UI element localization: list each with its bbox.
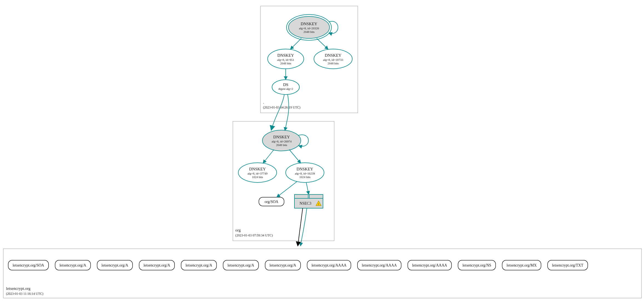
record-leaf-label: letsencrypt.org/A: [228, 263, 254, 267]
svg-text:alg=8, id=18733: alg=8, id=18733: [323, 58, 343, 61]
node-root-zsk2[interactable]: DNSKEY alg=8, id=18733 2048 bits: [314, 49, 352, 69]
node-root-zsk1[interactable]: DNSKEY alg=8, id=951 2048 bits: [268, 49, 304, 69]
record-leaf[interactable]: letsencrypt.org/AAAA: [408, 260, 452, 270]
node-org-zsk2[interactable]: DNSKEY alg=8, id=16239 1024 bits: [286, 163, 324, 182]
record-leaf[interactable]: letsencrypt.org/A: [223, 260, 259, 270]
record-leaf-label: letsencrypt.org/AAAA: [362, 263, 397, 267]
svg-text:DNSKEY: DNSKEY: [297, 167, 313, 171]
edge-root-ksk-zsk1: [290, 38, 301, 49]
zone-root-timestamp: (2023-01-03 04:26:19 UTC): [263, 105, 300, 109]
svg-text:alg=8, id=37749: alg=8, id=37749: [248, 172, 268, 175]
edge-org-ksk-zsk2: [289, 150, 301, 163]
svg-rect-32: [294, 195, 308, 198]
edge-org-ksk-zsk1: [263, 150, 274, 163]
record-leaf[interactable]: letsencrypt.org/A: [181, 260, 216, 270]
svg-text:org/SOA: org/SOA: [265, 200, 279, 204]
svg-text:alg=8, id=16239: alg=8, id=16239: [295, 172, 315, 175]
svg-text:DNSKEY: DNSKEY: [273, 135, 290, 139]
zone-org-label: org: [235, 228, 241, 232]
node-org-zsk1[interactable]: DNSKEY alg=8, id=37749 1024 bits: [238, 163, 277, 182]
svg-text:DNSKEY: DNSKEY: [301, 22, 317, 26]
zone-root-label: .: [263, 100, 264, 104]
record-leaf-label: letsencrypt.org/A: [59, 263, 86, 267]
record-leaf[interactable]: letsencrypt.org/SOA: [8, 260, 48, 270]
svg-rect-33: [309, 195, 323, 198]
edge-ds-to-org-ksk: [271, 94, 284, 130]
svg-text:DNSKEY: DNSKEY: [325, 53, 342, 58]
zone-target: letsencrypt.org (2023-01-03 11:16:14 UTC…: [3, 249, 642, 298]
record-leaf-label: letsencrypt.org/A: [102, 263, 128, 267]
svg-text:DNSKEY: DNSKEY: [249, 167, 266, 171]
zone-target-timestamp: (2023-01-03 11:16:14 UTC): [6, 292, 43, 296]
record-leaf[interactable]: letsencrypt.org/A: [265, 260, 300, 270]
node-org-ksk[interactable]: DNSKEY alg=8, id=26974 2048 bits: [262, 130, 301, 151]
zone-org-timestamp: (2023-01-03 07:59:34 UTC): [235, 233, 273, 237]
edge-nsec3-to-target-teal: [300, 208, 307, 246]
record-leaf[interactable]: letsencrypt.org/A: [55, 260, 90, 270]
svg-text:alg=8, id=20326: alg=8, id=20326: [299, 27, 319, 30]
svg-text:alg=8, id=951: alg=8, id=951: [277, 58, 294, 61]
svg-rect-37: [3, 249, 642, 298]
record-leaf[interactable]: letsencrypt.org/AAAA: [357, 260, 401, 270]
zone-root: . (2023-01-03 04:26:19 UTC) DNSKEY alg=8…: [261, 6, 358, 113]
svg-text:DNSKEY: DNSKEY: [277, 53, 294, 58]
node-org-soa[interactable]: org/SOA: [259, 197, 284, 206]
edge-root-into-org: [285, 95, 289, 131]
svg-text:2048 bits: 2048 bits: [328, 62, 339, 65]
svg-text:alg=8, id=26974: alg=8, id=26974: [272, 140, 292, 143]
edge-org-zsk2-soa: [277, 181, 297, 197]
svg-text:1024 bits: 1024 bits: [252, 175, 263, 179]
record-leaf-label: letsencrypt.org/NS: [462, 263, 491, 267]
zone-target-label: letsencrypt.org: [6, 286, 31, 291]
node-root-ksk[interactable]: DNSKEY alg=8, id=20326 2048 bits: [287, 15, 331, 40]
record-leaf[interactable]: letsencrypt.org/TXT: [548, 260, 588, 270]
svg-text:NSEC3: NSEC3: [300, 201, 311, 205]
svg-text:2048 bits: 2048 bits: [304, 30, 315, 33]
svg-text:!: !: [318, 203, 319, 206]
record-leaf-label: letsencrypt.org/A: [144, 263, 170, 267]
record-leaf-label: letsencrypt.org/A: [270, 263, 296, 267]
svg-text:1024 bits: 1024 bits: [299, 175, 311, 179]
svg-text:2048 bits: 2048 bits: [276, 143, 287, 147]
node-root-ds[interactable]: DS digest alg=2: [272, 80, 299, 95]
record-leaf[interactable]: letsencrypt.org/MX: [502, 260, 541, 270]
dnssec-graph: . (2023-01-03 04:26:19 UTC) DNSKEY alg=8…: [0, 0, 644, 306]
svg-text:2048 bits: 2048 bits: [280, 62, 291, 65]
record-leaf-label: letsencrypt.org/SOA: [13, 263, 44, 267]
edge-root-ksk-zsk2: [317, 38, 328, 49]
record-leaf-label: letsencrypt.org/AAAA: [311, 263, 347, 267]
svg-text:DS: DS: [283, 82, 288, 87]
record-leaf[interactable]: letsencrypt.org/A: [97, 260, 133, 270]
record-leaf-label: letsencrypt.org/A: [185, 263, 212, 267]
record-leaf[interactable]: letsencrypt.org/NS: [458, 260, 496, 270]
edge-nsec3-to-target-black: [298, 208, 303, 246]
record-leaf-label: letsencrypt.org/AAAA: [412, 263, 448, 267]
edge-org-zsk2-nsec3: [306, 182, 309, 195]
svg-text:digest alg=2: digest alg=2: [278, 87, 293, 90]
record-leaf-label: letsencrypt.org/MX: [506, 263, 537, 267]
record-leaf[interactable]: letsencrypt.org/AAAA: [307, 260, 351, 270]
zone-org: org (2023-01-03 07:59:34 UTC) DNSKEY alg…: [233, 121, 334, 241]
record-leaf-label: letsencrypt.org/TXT: [552, 263, 583, 267]
node-org-nsec3[interactable]: NSEC3 !: [294, 195, 323, 208]
record-leaf[interactable]: letsencrypt.org/A: [139, 260, 174, 270]
